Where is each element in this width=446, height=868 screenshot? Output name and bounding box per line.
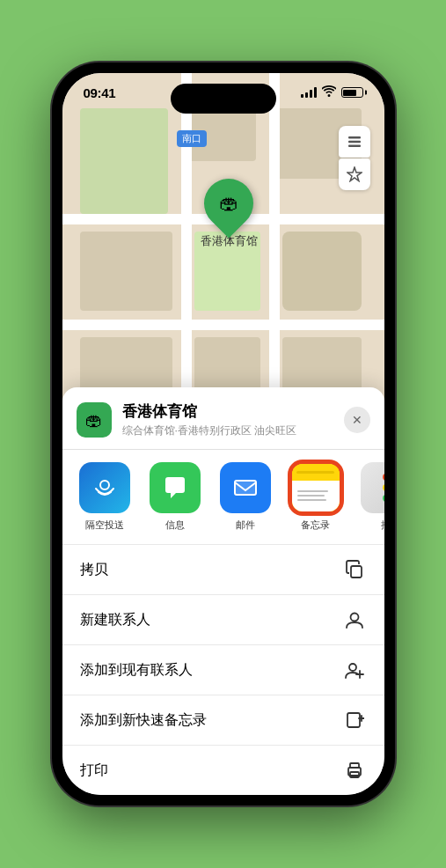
share-item-notes[interactable]: 备忘录 bbox=[284, 462, 347, 532]
svg-rect-0 bbox=[348, 136, 361, 139]
map-controls bbox=[339, 126, 370, 190]
action-new-contact-label: 新建联系人 bbox=[80, 611, 150, 629]
add-contact-icon bbox=[342, 658, 367, 682]
action-print-label: 打印 bbox=[80, 761, 108, 780]
share-item-airdrop[interactable]: 隔空投送 bbox=[73, 462, 136, 532]
mail-label: 邮件 bbox=[236, 519, 255, 532]
mail-icon bbox=[220, 462, 271, 513]
action-print[interactable]: 打印 bbox=[62, 745, 384, 795]
notes-icon bbox=[290, 462, 341, 513]
svg-rect-4 bbox=[235, 481, 256, 495]
action-quick-note-label: 添加到新快速备忘录 bbox=[80, 711, 207, 730]
copy-icon bbox=[342, 557, 367, 582]
share-row: 隔空投送 信息 bbox=[62, 450, 384, 544]
sheet-header: 🏟 香港体育馆 综合体育馆·香港特别行政区 油尖旺区 ✕ bbox=[62, 401, 384, 450]
bottom-sheet: 🏟 香港体育馆 综合体育馆·香港特别行政区 油尖旺区 ✕ bbox=[62, 387, 384, 795]
action-add-contact-label: 添加到现有联系人 bbox=[80, 661, 193, 680]
map-layers-button[interactable] bbox=[339, 126, 370, 158]
action-copy-label: 拷贝 bbox=[80, 561, 108, 579]
status-time: 09:41 bbox=[84, 85, 116, 100]
map-location-button[interactable] bbox=[339, 158, 370, 190]
phone-screen: 09:41 bbox=[62, 73, 384, 795]
share-item-mail[interactable]: 邮件 bbox=[214, 462, 277, 532]
svg-point-3 bbox=[100, 481, 109, 489]
share-item-messages[interactable]: 信息 bbox=[143, 462, 207, 532]
airdrop-label: 隔空投送 bbox=[85, 519, 124, 532]
svg-rect-15 bbox=[350, 772, 359, 777]
action-new-contact[interactable]: 新建联系人 bbox=[62, 594, 384, 644]
action-copy[interactable]: 拷贝 bbox=[62, 544, 384, 594]
airdrop-icon bbox=[79, 462, 130, 513]
signal-icon bbox=[301, 87, 317, 98]
more-label: 推 bbox=[381, 519, 384, 532]
svg-rect-11 bbox=[347, 713, 360, 727]
quick-note-icon bbox=[342, 708, 367, 732]
venue-subtitle: 综合体育馆·香港特别行政区 油尖旺区 bbox=[122, 423, 344, 438]
sheet-close-button[interactable]: ✕ bbox=[344, 407, 370, 433]
map-label: 南口 bbox=[177, 130, 207, 147]
venue-info: 香港体育馆 综合体育馆·香港特别行政区 油尖旺区 bbox=[122, 401, 344, 438]
status-icons bbox=[301, 85, 363, 99]
notes-label: 备忘录 bbox=[301, 519, 330, 532]
svg-point-7 bbox=[350, 614, 358, 622]
pin-icon: 🏟 bbox=[219, 192, 238, 215]
action-add-contact[interactable]: 添加到现有联系人 bbox=[62, 644, 384, 695]
svg-rect-1 bbox=[348, 141, 361, 143]
venue-title: 香港体育馆 bbox=[122, 401, 344, 422]
svg-rect-2 bbox=[348, 145, 361, 148]
dynamic-island bbox=[171, 84, 276, 114]
wifi-icon bbox=[322, 85, 336, 99]
pin-circle: 🏟 bbox=[194, 168, 263, 238]
share-item-more[interactable]: 推 bbox=[355, 462, 384, 532]
action-quick-note[interactable]: 添加到新快速备忘录 bbox=[62, 695, 384, 745]
phone-frame: 09:41 bbox=[52, 63, 395, 805]
svg-rect-6 bbox=[351, 566, 362, 577]
more-icon bbox=[361, 462, 384, 513]
location-pin: 🏟 香港体育馆 bbox=[201, 179, 258, 249]
svg-point-8 bbox=[349, 664, 356, 671]
print-icon bbox=[342, 758, 367, 783]
new-contact-icon bbox=[342, 607, 367, 632]
battery-icon bbox=[341, 87, 363, 98]
venue-logo: 🏟 bbox=[77, 402, 112, 438]
messages-icon bbox=[150, 462, 201, 513]
messages-label: 信息 bbox=[165, 519, 185, 532]
